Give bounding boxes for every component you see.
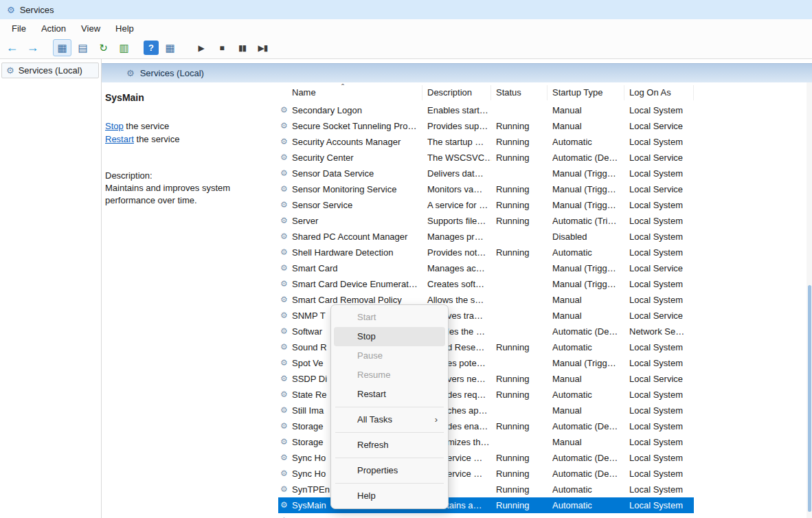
service-name: Smart Card Device Enumerat…: [292, 279, 418, 289]
service-startup-type-cell: Disabled: [548, 229, 624, 245]
table-row[interactable]: ⚙Shared PC Account ManagerManages pr…Dis…: [278, 229, 694, 245]
restart-service-button[interactable]: ▶▮: [253, 39, 272, 56]
table-row[interactable]: ⚙Smart CardManages ac…Manual (Trigg…Loca…: [278, 260, 694, 276]
service-status-cell: Running: [491, 371, 548, 387]
service-gear-icon: ⚙: [280, 403, 288, 418]
service-status-cell: [491, 434, 548, 450]
menu-item-label: Refresh: [357, 440, 389, 450]
table-row[interactable]: ⚙ServerSupports file…RunningAutomatic (T…: [278, 213, 694, 229]
service-name: Secondary Logon: [292, 105, 362, 115]
menu-separator: [335, 407, 444, 407]
services-banner-icon: ⚙: [126, 68, 135, 78]
service-logon-cell: Local System: [624, 482, 694, 497]
service-status-cell: [491, 355, 548, 371]
menubar: FileActionViewHelp: [0, 19, 812, 37]
service-status-cell: [491, 166, 548, 181]
toolbar: ←→▦▤↻▥?▦▶■▮▮▶▮: [0, 37, 812, 59]
table-row[interactable]: ⚙Sensor Monitoring ServiceMonitors va…Ru…: [278, 181, 694, 197]
help-button[interactable]: ?: [144, 41, 159, 55]
column-header-status[interactable]: Status: [491, 85, 548, 100]
service-logon-cell: Local System: [624, 339, 694, 355]
table-row[interactable]: ⚙Secondary LogonEnables start…ManualLoca…: [278, 102, 694, 118]
service-name-cell: ⚙Shell Hardware Detection: [278, 245, 422, 260]
forward-button[interactable]: →: [23, 39, 42, 56]
scrollbar-thumb[interactable]: [808, 285, 811, 512]
service-status-cell: [491, 324, 548, 339]
properties-pane-button[interactable]: ▤: [74, 39, 92, 56]
context-menu-item-refresh[interactable]: Refresh: [334, 436, 445, 455]
table-row[interactable]: ⚙System Event Notification S…Monit…: [278, 513, 694, 518]
list-view-button[interactable]: ▦: [161, 39, 179, 56]
column-header-startup-type[interactable]: Startup Type: [548, 85, 624, 100]
menu-item-label: Help: [357, 491, 376, 501]
service-description-cell: Provides not…: [422, 245, 491, 260]
forward-icon: →: [27, 41, 39, 55]
table-row[interactable]: ⚙Sensor ServiceA service for …RunningMan…: [278, 197, 694, 213]
service-status-cell: [491, 102, 548, 118]
context-menu-item-restart[interactable]: Restart: [334, 385, 445, 404]
table-row[interactable]: ⚙Shell Hardware DetectionProvides not…Ru…: [278, 245, 694, 260]
column-header-name[interactable]: Nameˆ: [278, 85, 422, 100]
column-header-description[interactable]: Description: [422, 85, 491, 100]
column-label: Description: [427, 87, 472, 98]
menu-action[interactable]: Action: [34, 21, 74, 36]
table-row[interactable]: ⚙Smart Card Device Enumerat…Creates soft…: [278, 276, 694, 292]
service-name: Storage: [292, 437, 324, 447]
menu-item-label: All Tasks: [357, 414, 392, 425]
column-header-log-on-as[interactable]: Log On As: [624, 85, 694, 100]
start-service-button[interactable]: ▶: [192, 39, 210, 56]
service-status-cell: [491, 308, 548, 324]
service-description-cell: Monitors va…: [422, 181, 491, 197]
menu-file[interactable]: File: [4, 21, 34, 36]
service-name: Still Ima: [292, 405, 324, 416]
table-row[interactable]: ⚙Sensor Data ServiceDelivers dat…Manual …: [278, 166, 694, 181]
menu-item-label: Restart: [357, 389, 386, 399]
refresh-button[interactable]: ↻: [94, 39, 113, 56]
services-icon: ⚙: [6, 65, 14, 76]
service-startup-type-cell: Manual: [548, 434, 624, 450]
service-logon-cell: Local System: [624, 229, 694, 245]
service-startup-type-cell: Manual: [548, 118, 624, 134]
service-name-cell: ⚙Server: [278, 213, 422, 229]
restart-service-link[interactable]: Restart: [105, 134, 134, 144]
context-menu-item-stop[interactable]: Stop: [334, 327, 445, 346]
context-menu-item-resume: Resume: [334, 365, 445, 385]
service-description-cell: The startup …: [422, 134, 491, 150]
service-gear-icon: ⚙: [280, 213, 288, 229]
service-name: Server: [292, 216, 318, 226]
pause-icon: ▮▮: [238, 43, 246, 53]
service-status-cell: [491, 403, 548, 418]
service-logon-cell: Local System: [624, 403, 694, 418]
stop-service-action: Stop the service: [105, 120, 273, 133]
service-startup-type-cell: Automatic: [548, 482, 624, 497]
stop-service-button[interactable]: ■: [212, 39, 231, 56]
menu-help[interactable]: Help: [108, 21, 142, 36]
table-row[interactable]: ⚙Secure Socket Tunneling Pro…Provides su…: [278, 118, 694, 134]
vertical-scrollbar[interactable]: [807, 82, 812, 518]
service-gear-icon: ⚙: [280, 387, 288, 403]
show-console-tree-button[interactable]: ▦: [53, 39, 71, 56]
context-menu-item-help[interactable]: Help: [334, 486, 445, 506]
export-list-button[interactable]: ▥: [115, 39, 133, 56]
service-name-cell: ⚙Secondary Logon: [278, 102, 422, 118]
back-button[interactable]: ←: [3, 39, 21, 56]
context-menu-item-properties[interactable]: Properties: [334, 461, 445, 480]
services-list-header: NameˆDescriptionStatusStartup TypeLog On…: [278, 82, 812, 102]
service-startup-type-cell: Manual: [548, 308, 624, 324]
table-row[interactable]: ⚙Security CenterThe WSCSVC…RunningAutoma…: [278, 150, 694, 166]
service-action-links: Stop the serviceRestart the service: [105, 120, 273, 146]
tree-item-services-local[interactable]: ⚙ Services (Local): [1, 63, 99, 78]
menu-view[interactable]: View: [74, 21, 108, 36]
stop-service-link[interactable]: Stop: [105, 121, 124, 131]
context-menu-item-all-tasks[interactable]: All Tasks›: [334, 410, 445, 429]
menu-item-label: Stop: [357, 331, 376, 341]
table-row[interactable]: ⚙Security Accounts ManagerThe startup …R…: [278, 134, 694, 150]
pause-service-button[interactable]: ▮▮: [233, 39, 251, 56]
service-description-cell: Manages pr…: [422, 229, 491, 245]
action-text: the service: [134, 134, 179, 144]
service-logon-cell: Local Service: [624, 260, 694, 276]
service-status-cell: [491, 513, 548, 518]
service-status-cell: [491, 276, 548, 292]
service-name: Sensor Service: [292, 200, 352, 210]
service-gear-icon: ⚙: [280, 166, 288, 181]
